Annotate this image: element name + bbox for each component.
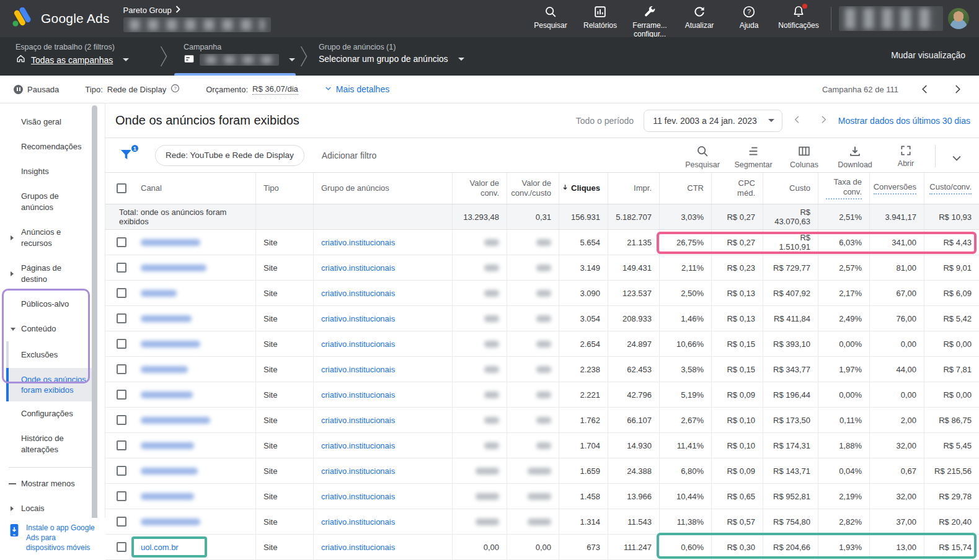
row-checkbox[interactable] (117, 491, 126, 501)
row-checkbox[interactable] (117, 390, 126, 400)
redacted-site-name[interactable] (141, 341, 200, 348)
sidebar-item-grupos-de-an-ncios[interactable]: Grupos de anúncios (0, 184, 92, 220)
cell-canal[interactable] (133, 408, 255, 432)
previous-campaign-button[interactable] (919, 84, 931, 95)
adgroup-link[interactable]: criativo.institucionais (321, 289, 395, 298)
row-checkbox[interactable] (117, 339, 126, 349)
redacted-site-name[interactable] (141, 265, 206, 271)
cell-grupo[interactable]: criativo.institucionais (313, 509, 452, 534)
tool-download-button[interactable]: Download (830, 144, 880, 169)
sidebar-item-locais[interactable]: Locais (0, 496, 92, 521)
sidebar-item-hist-rico-de-altera-es[interactable]: Histórico de alterações (0, 426, 92, 462)
col-custo[interactable]: Custo (763, 173, 818, 204)
col-cliques[interactable]: Cliques (559, 173, 608, 204)
add-filter-button[interactable]: Adicionar filtro (322, 151, 377, 160)
row-checkbox[interactable] (117, 237, 126, 247)
cell-canal[interactable] (133, 509, 255, 534)
date-range-picker[interactable]: 11 fev. 2003 a 24 jan. 2023 (644, 110, 782, 132)
adgroup-selector[interactable]: Grupo de anúncios (1) Selecionar um grup… (319, 43, 464, 64)
adgroup-link[interactable]: criativo.institucionais (321, 492, 395, 501)
next-campaign-button[interactable] (952, 84, 963, 95)
campaign-budget[interactable]: Orçamento: R$ 36,07/dia (206, 84, 298, 95)
col-grupo[interactable]: Grupo de anúncios (313, 173, 452, 204)
cell-canal[interactable] (133, 357, 255, 382)
sidebar-item-mostrar-menos[interactable]: Mostrar menos (0, 471, 92, 496)
previous-period-button[interactable] (792, 115, 802, 127)
network-filter-chip[interactable]: Rede: YouTube e Rede de Display (155, 145, 304, 166)
tool-expand-button[interactable]: Abrir (880, 144, 931, 168)
cell-canal[interactable] (133, 382, 255, 407)
col-tipo[interactable]: Tipo (255, 173, 313, 204)
cell-grupo[interactable]: criativo.institucionais (313, 230, 452, 255)
adgroup-link[interactable]: criativo.institucionais (321, 365, 395, 374)
cell-canal[interactable]: uol.com.br (133, 535, 255, 559)
topbar-action-search[interactable]: Pesquisar (526, 4, 575, 30)
adgroup-link[interactable]: criativo.institucionais (321, 339, 395, 349)
row-checkbox-cell[interactable] (105, 408, 133, 432)
change-view-button[interactable]: Mudar visualização (891, 50, 965, 60)
tool-segment-button[interactable]: Segmentar (728, 144, 779, 169)
cell-grupo[interactable]: criativo.institucionais (313, 433, 452, 458)
brand[interactable]: Google Ads (0, 7, 110, 30)
cell-canal[interactable] (133, 433, 255, 458)
topbar-action-tools[interactable]: Ferrame... configur... (625, 4, 675, 39)
cell-grupo[interactable]: criativo.institucionais (313, 331, 452, 356)
sidebar-item-onde-os-an-ncios-foram-exibidos[interactable]: Onde os anúncios foram exibidos (6, 368, 92, 401)
campaign-status[interactable]: Pausada (14, 85, 59, 94)
row-checkbox-cell[interactable] (105, 255, 133, 280)
cell-grupo[interactable]: criativo.institucionais (313, 408, 452, 432)
row-checkbox-cell[interactable] (105, 484, 133, 509)
col-valor-conv[interactable]: Valor de conv. (452, 173, 507, 204)
redacted-site-name[interactable] (141, 239, 200, 246)
app-promo[interactable]: Instale o app Google Ads para dispositiv… (0, 518, 105, 560)
col-cpc[interactable]: CPC méd. (711, 173, 763, 204)
row-checkbox-cell[interactable] (105, 331, 133, 356)
avatar[interactable] (948, 8, 969, 29)
cell-grupo[interactable]: criativo.institucionais (313, 484, 452, 509)
col-taxa-conv[interactable]: Taxa de conv. (818, 173, 869, 204)
redacted-site-name[interactable] (141, 468, 198, 475)
row-checkbox[interactable] (117, 288, 126, 298)
topbar-action-reports[interactable]: Relatórios (575, 4, 625, 30)
topbar-action-notifications[interactable]: Notificações (774, 4, 823, 30)
collapse-toolbar-chevron-icon[interactable] (941, 147, 973, 164)
col-impr[interactable]: Impr. (608, 173, 659, 204)
cell-grupo[interactable]: criativo.institucionais (313, 357, 452, 382)
sidebar-item-conte-do[interactable]: Conteúdo (0, 317, 92, 341)
row-checkbox-cell[interactable] (105, 357, 133, 382)
redacted-site-name[interactable] (141, 315, 192, 322)
cell-canal[interactable] (133, 484, 255, 509)
app-promo-text[interactable]: Instale o app Google Ads para dispositiv… (26, 523, 95, 553)
sidebar-scrollbar[interactable] (92, 105, 97, 554)
redacted-site-name[interactable] (141, 290, 177, 297)
row-checkbox-cell[interactable] (105, 382, 133, 407)
col-valor-conv-custo[interactable]: Valor de conv./custo (507, 173, 559, 204)
tool-search-button[interactable]: Pesquisar (677, 144, 728, 169)
filter-funnel-icon[interactable]: 1 (119, 147, 135, 164)
cell-grupo[interactable]: criativo.institucionais (313, 306, 452, 331)
cell-canal[interactable] (133, 306, 255, 331)
select-all-checkbox[interactable] (117, 183, 126, 193)
row-checkbox-cell[interactable] (105, 509, 133, 534)
cell-grupo[interactable]: criativo.institucionais (313, 281, 452, 305)
adgroup-link[interactable]: criativo.institucionais (321, 441, 395, 450)
row-checkbox[interactable] (117, 466, 126, 476)
sidebar-item-p-blicos-alvo[interactable]: Públicos-alvo (0, 292, 92, 317)
row-checkbox-cell[interactable] (105, 433, 133, 458)
row-checkbox-cell[interactable] (105, 230, 133, 255)
row-checkbox-cell[interactable] (105, 458, 133, 483)
col-ctr[interactable]: CTR (659, 173, 711, 204)
tool-columns-button[interactable]: Colunas (779, 144, 830, 169)
sub-account-name-redacted[interactable] (123, 17, 271, 32)
cell-canal[interactable] (133, 255, 255, 280)
col-conversoes[interactable]: Conversões (869, 173, 924, 204)
cell-grupo[interactable]: criativo.institucionais (313, 458, 452, 483)
adgroup-link[interactable]: criativo.institucionais (321, 466, 395, 476)
campaign-selector[interactable]: Campanha (184, 43, 295, 66)
row-checkbox-cell[interactable] (105, 535, 133, 559)
row-checkbox[interactable] (117, 415, 126, 425)
row-checkbox-cell[interactable] (105, 281, 133, 305)
cell-canal[interactable] (133, 458, 255, 483)
cell-grupo[interactable]: criativo.institucionais (313, 382, 452, 407)
site-link[interactable]: uol.com.br (141, 543, 179, 552)
